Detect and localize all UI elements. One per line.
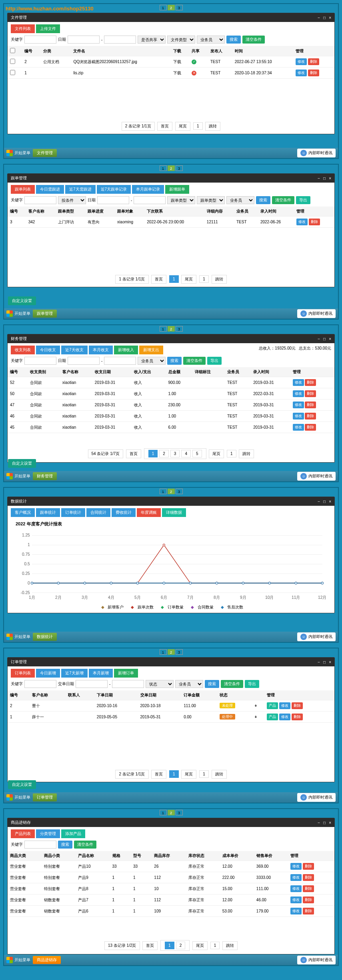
minimize-icon[interactable]: −: [318, 16, 320, 20]
tab-list[interactable]: 跟单列表: [11, 185, 35, 194]
table-row: 52合同款xiaotian2019-03-31收入900.00TEST2019-…: [8, 377, 334, 388]
svg-text:7月: 7月: [187, 595, 194, 600]
edit-button[interactable]: 修改: [290, 874, 302, 881]
edit-button[interactable]: 修改: [290, 897, 302, 903]
edit-button[interactable]: 修改: [293, 424, 304, 431]
start-button[interactable]: 开始菜单: [6, 150, 30, 156]
pagination: 2 条记录 1/1页 首页 尾页 1 跳转: [8, 119, 334, 134]
edit-button[interactable]: 修改: [293, 379, 304, 386]
screen-finance: 123 财务管理−□× 收支列表 今日收支 近7天收支 本月收支 新增收入 新增…: [3, 324, 339, 482]
search-button[interactable]: 搜索: [226, 36, 241, 44]
tab-7day[interactable]: 近7天需跟进: [65, 185, 96, 194]
delete-button[interactable]: 删除: [308, 58, 319, 65]
share-select[interactable]: 是否共享: [138, 36, 166, 44]
product-button[interactable]: 产品: [267, 714, 278, 720]
svg-text:1.25: 1.25: [22, 533, 30, 537]
clear-button[interactable]: 清空条件: [242, 36, 265, 44]
svg-text:6月: 6月: [161, 595, 167, 600]
delete-button[interactable]: 删除: [292, 702, 303, 709]
delete-button[interactable]: 删除: [303, 863, 314, 870]
task-item[interactable]: 文件管理: [33, 149, 57, 157]
download-link[interactable]: 下载: [173, 60, 181, 64]
tab-today[interactable]: 今日需跟进: [36, 185, 64, 194]
date-input[interactable]: [68, 36, 100, 44]
product-button[interactable]: 产品: [267, 702, 278, 709]
chart: 2022 年度客户统计报表 -0.2500.250.50.7511.251月2月…: [8, 517, 334, 613]
checkbox-all[interactable]: [10, 48, 15, 53]
tab-upload[interactable]: 上传文件: [36, 24, 60, 33]
svg-text:5月: 5月: [134, 595, 141, 600]
tab-file-list[interactable]: 文件列表: [11, 24, 35, 33]
edit-button[interactable]: 修改: [296, 58, 307, 65]
legend-item: ◆ 售后次数: [218, 605, 244, 609]
window-title: 文件管理: [11, 15, 27, 20]
table-row: 50合同款xiaotian2019-03-31收入1.00TEST2022-03…: [8, 388, 334, 400]
plus-icon[interactable]: +: [254, 704, 257, 708]
table-row: 营业套餐特别套餐产品81110库存正常15.00111.00修改 删除: [8, 883, 334, 895]
legend-item: ◆ 新增客户: [99, 605, 124, 609]
delete-button[interactable]: 删除: [292, 714, 303, 720]
page-first[interactable]: 首页: [157, 122, 172, 131]
keyword-input[interactable]: [24, 196, 56, 204]
screen-products: 123 商品进销存−□× 产品列表 分类管理 添加产品 关键字 搜索 清空条件 …: [3, 808, 339, 966]
table-row: 营业套餐特别套餐产品10333326库存正常12.00369.00修改 删除: [8, 861, 334, 872]
svg-text:10月: 10月: [265, 595, 274, 600]
tab-add[interactable]: 新增跟单: [165, 185, 189, 194]
delete-button[interactable]: 删除: [309, 219, 320, 225]
delete-button[interactable]: 删除: [303, 874, 314, 881]
filetype-select[interactable]: 文件类型: [167, 36, 195, 44]
edit-button[interactable]: 修改: [293, 390, 304, 397]
delete-button[interactable]: 删除: [305, 379, 316, 386]
custom-settings-button[interactable]: 自定义设置: [8, 296, 36, 305]
delete-button[interactable]: 删除: [303, 885, 314, 892]
svg-text:11月: 11月: [292, 595, 300, 600]
emp-select[interactable]: 业务员: [197, 36, 225, 44]
keyword-label: 关键字: [11, 37, 23, 42]
page-last[interactable]: 尾页: [175, 122, 190, 131]
download-link[interactable]: 下载: [173, 71, 181, 75]
delete-button[interactable]: 删除: [303, 908, 314, 914]
maximize-icon[interactable]: □: [323, 16, 326, 20]
delete-button[interactable]: 删除: [305, 402, 316, 408]
tab-month[interactable]: 本月跟单记录: [132, 185, 164, 194]
delete-button[interactable]: 删除: [305, 424, 316, 431]
edit-button[interactable]: 修改: [279, 702, 290, 709]
svg-text:9月: 9月: [240, 595, 246, 600]
status-badge: 未处理: [220, 703, 235, 708]
svg-point-85: [321, 582, 323, 584]
edit-button[interactable]: 修改: [293, 402, 304, 408]
page-jump[interactable]: 跳转: [205, 122, 220, 131]
edit-button[interactable]: 修改: [290, 863, 302, 870]
edit-button[interactable]: 修改: [279, 714, 290, 720]
windows-icon: [6, 150, 13, 156]
svg-text:2月: 2月: [55, 595, 62, 600]
date-input-2[interactable]: [104, 36, 136, 44]
edit-button[interactable]: 修改: [290, 885, 302, 892]
edit-button[interactable]: 修改: [290, 908, 302, 914]
svg-text:0.25: 0.25: [22, 571, 30, 576]
delete-button[interactable]: 删除: [305, 413, 316, 419]
edit-button[interactable]: 修改: [296, 219, 308, 225]
keyword-input[interactable]: [24, 36, 56, 44]
table-row: 46合同款xiaotian2019-03-31收入1.00TEST2019-03…: [8, 411, 334, 422]
url-watermark: http://www.huzhan.com/ishop25130: [6, 6, 94, 12]
chart-svg: -0.2500.250.50.7511.251月2月3月4月5月6月7月8月9月…: [16, 530, 326, 602]
edit-button[interactable]: 修改: [293, 413, 304, 419]
svg-text:0.75: 0.75: [22, 552, 30, 557]
file-table: 编号分类文件名下载共享发布人时间管理 2公用文档QQ浏览器截图202206091…: [8, 46, 334, 79]
tab-7day-rec[interactable]: 近7天跟单记录: [97, 185, 131, 194]
delete-button[interactable]: 删除: [303, 897, 314, 903]
plus-icon[interactable]: +: [254, 715, 257, 719]
close-icon[interactable]: ×: [329, 16, 331, 20]
window: 文件管理 −□× 文件列表 上传文件 关键字 日期 - 是否共享 文件类型 业务…: [7, 13, 335, 134]
im-widget[interactable]: ☺内部即时通讯: [297, 149, 336, 157]
table-row: 2公用文档QQ浏览器截图20220609113257.jpg下载✓TEST202…: [8, 56, 334, 68]
svg-point-74: [31, 582, 33, 584]
delete-button[interactable]: 删除: [305, 390, 316, 397]
legend-item: ◆ 跟单次数: [128, 605, 154, 609]
summary: 总收入：19325.00元 总支出：530.00元: [259, 346, 331, 354]
svg-text:-0.25: -0.25: [20, 590, 30, 595]
edit-button[interactable]: 修改: [296, 70, 307, 76]
taskbar: 开始菜单 文件管理 ☺内部即时通讯: [4, 148, 338, 158]
delete-button[interactable]: 删除: [308, 70, 319, 76]
